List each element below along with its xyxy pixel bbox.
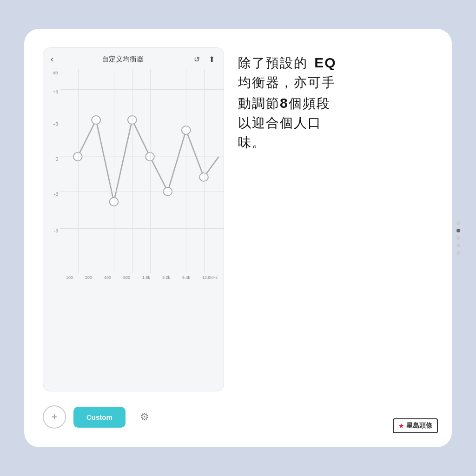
dot-5	[456, 251, 460, 255]
x-label-800: 800	[123, 275, 130, 280]
y-label-6n: -6	[54, 228, 58, 233]
y-label-3p: +3	[53, 122, 58, 127]
desc-eq-bold: EQ	[308, 55, 337, 70]
bottom-controls: + Custom ⚙	[43, 401, 224, 429]
desc-line4: 以迎合個人口	[238, 116, 322, 130]
x-label-200: 200	[85, 275, 92, 280]
phone-screen: ‹ 自定义均衡器 ↺ ⬆ dB +6 +3 0 -3 -6	[43, 47, 224, 391]
v-grid-5	[150, 69, 151, 273]
dot-4	[456, 244, 460, 247]
export-icon[interactable]: ⬆	[207, 55, 216, 64]
undo-icon[interactable]: ↺	[192, 55, 201, 64]
x-axis-labels: 100 200 400 800 1.6k 3.2k 6.4k 12.8kHz	[43, 273, 224, 284]
y-label-db: dB	[53, 71, 58, 75]
h-grid-4	[60, 228, 224, 229]
description: 除了預設的 EQ 均衡器，亦可手 動調節8個頻段 以迎合個人口 味。	[238, 52, 433, 152]
y-label-6p: +6	[53, 89, 58, 94]
eq-screen-title: 自定义均衡器	[102, 55, 144, 64]
dot-1	[456, 221, 460, 225]
v-grid-3	[114, 69, 114, 273]
phone-panel: ‹ 自定义均衡器 ↺ ⬆ dB +6 +3 0 -3 -6	[43, 47, 224, 429]
header-icons: ↺ ⬆	[192, 55, 216, 64]
h-grid-zero	[60, 157, 224, 157]
desc-line1: 除了預設的	[238, 56, 308, 70]
y-label-3n: -3	[54, 192, 58, 197]
y-label-0: 0	[55, 157, 58, 162]
desc-line5: 味。	[238, 135, 266, 150]
h-grid-1	[60, 89, 224, 90]
eq-chart-area	[60, 69, 224, 273]
v-grid-4	[132, 69, 132, 273]
desc-8-bold: 8	[280, 95, 289, 111]
v-grid-7	[186, 69, 186, 273]
dot-2	[456, 229, 460, 232]
x-label-1k6: 1.6k	[142, 275, 150, 280]
phone-header: ‹ 自定义均衡器 ↺ ⬆	[43, 48, 224, 69]
main-card: ‹ 自定义均衡器 ↺ ⬆ dB +6 +3 0 -3 -6	[24, 29, 452, 447]
x-label-100: 100	[66, 275, 73, 280]
v-grid-2	[96, 69, 96, 273]
x-label-3k2: 3.2k	[162, 275, 170, 280]
dot-indicators	[456, 221, 460, 255]
back-button[interactable]: ‹	[51, 54, 53, 64]
dot-3	[456, 236, 460, 240]
h-grid-2	[60, 122, 224, 122]
custom-button[interactable]: Custom	[73, 407, 126, 428]
logo-text: 星島頭條	[406, 422, 432, 430]
h-grid-3	[60, 192, 224, 192]
text-panel: 除了預設的 EQ 均衡器，亦可手 動調節8個頻段 以迎合個人口 味。	[238, 47, 433, 429]
x-label-400: 400	[104, 275, 111, 280]
v-grid-8	[204, 69, 205, 273]
logo-badge: ★ 星島頭條	[393, 418, 438, 433]
v-grid-1	[78, 69, 79, 273]
logo-star-icon: ★	[398, 422, 404, 430]
desc-line3: 動調節	[238, 96, 280, 111]
x-label-12k8: 12.8kHz	[202, 275, 218, 280]
x-label-6k4: 6.4k	[182, 275, 190, 280]
v-grid-6	[168, 69, 168, 273]
settings-button[interactable]: ⚙	[133, 405, 156, 429]
desc-line3b: 個頻段	[289, 96, 331, 111]
desc-line2: 均衡器，亦可手	[238, 75, 336, 90]
add-preset-button[interactable]: +	[43, 405, 66, 429]
